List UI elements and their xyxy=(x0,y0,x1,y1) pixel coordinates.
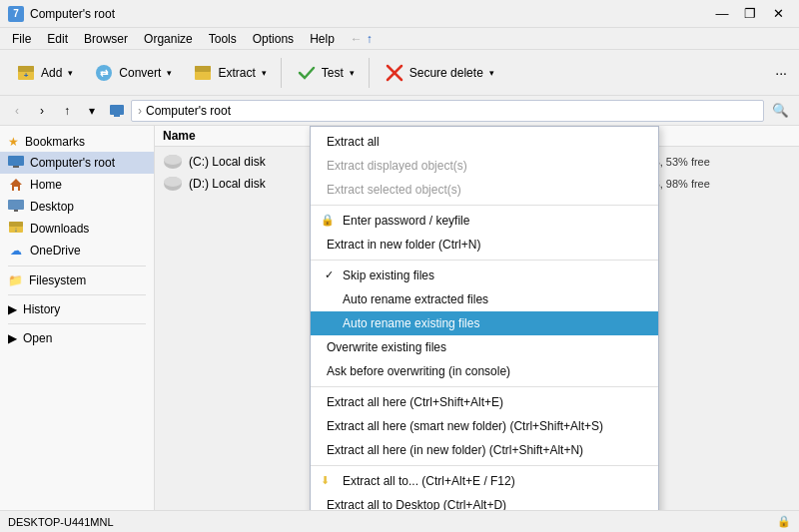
sidebar-filesystem-header[interactable]: 📁 Filesystem xyxy=(0,270,154,290)
menu-extract-new-folder-label: Extract in new folder (Ctrl+N) xyxy=(327,238,480,252)
sidebar-item-home[interactable]: Home xyxy=(0,174,154,196)
nav-up-button[interactable]: ↑ xyxy=(56,100,78,122)
svg-point-20 xyxy=(164,155,182,165)
menu-sep-3 xyxy=(311,386,658,387)
nav-forward-button[interactable]: › xyxy=(31,100,53,122)
minimize-button[interactable]: — xyxy=(709,4,735,24)
menu-ask-before[interactable]: Ask before overwriting (in console) xyxy=(311,359,658,383)
nav-dropdown-button[interactable]: ▾ xyxy=(81,100,103,122)
close-button[interactable]: ✕ xyxy=(765,4,791,24)
sidebar-label-computers-root: Computer's root xyxy=(30,156,115,170)
search-button[interactable]: 🔍 xyxy=(767,98,793,124)
extract-button[interactable]: Extract ▾ xyxy=(183,55,275,91)
menu-sep-2 xyxy=(311,260,658,261)
menu-extract-all[interactable]: Extract all xyxy=(311,130,658,154)
sidebar-open-header[interactable]: ▶ Open xyxy=(0,328,154,348)
open-icon: ▶ xyxy=(8,331,17,345)
titlebar-left: 7 Computer's root xyxy=(8,6,115,22)
svg-text:+: + xyxy=(24,71,29,80)
sidebar-item-computers-root[interactable]: Computer's root xyxy=(0,152,154,174)
menu-sep-4 xyxy=(311,465,658,466)
menu-file[interactable]: File xyxy=(4,30,39,48)
menu-extract-all-here[interactable]: Extract all here (Ctrl+Shift+Alt+E) xyxy=(311,390,658,414)
menu-extract-new-folder[interactable]: Extract in new folder (Ctrl+N) xyxy=(311,233,658,257)
menu-browser[interactable]: Browser xyxy=(76,30,136,48)
nav-back-button[interactable]: ‹ xyxy=(6,100,28,122)
menu-overwrite-existing-label: Overwrite existing files xyxy=(327,340,446,354)
statusbar-lock-icon: 🔒 xyxy=(777,515,791,528)
toolbar-sep-1 xyxy=(281,58,282,88)
menu-extract-all-label: Extract all xyxy=(327,135,380,149)
menu-extract-all-new-folder[interactable]: Extract all here (in new folder) (Ctrl+S… xyxy=(311,438,658,462)
titlebar: 7 Computer's root — ❐ ✕ xyxy=(0,0,799,28)
menu-extract-all-to[interactable]: Extract all to... (Ctrl+Alt+E / F12) xyxy=(311,469,658,493)
app-icon: 7 xyxy=(8,6,24,22)
menu-extract-desktop[interactable]: Extract all to Desktop (Ctrl+Alt+D) xyxy=(311,493,658,510)
menu-extract-all-smart[interactable]: Extract all here (smart new folder) (Ctr… xyxy=(311,414,658,438)
titlebar-title: Computer's root xyxy=(30,7,115,21)
menu-auto-rename-extracted[interactable]: Auto rename extracted files xyxy=(311,287,658,311)
menu-skip-existing[interactable]: Skip existing files xyxy=(311,264,658,287)
menu-extract-selected-label: Extract selected object(s) xyxy=(327,183,461,197)
desktop-icon xyxy=(8,199,24,215)
sidebar-label-onedrive: OneDrive xyxy=(30,244,81,258)
add-caret: ▾ xyxy=(68,68,73,78)
sidebar-label-desktop: Desktop xyxy=(30,200,74,214)
convert-button[interactable]: ⇄ Convert ▾ xyxy=(84,55,181,91)
menu-skip-existing-label: Skip existing files xyxy=(343,268,434,282)
disk-d-icon xyxy=(163,176,183,192)
sidebar-history-header[interactable]: ▶ History xyxy=(0,299,154,319)
secure-delete-button[interactable]: Secure delete ▾ xyxy=(375,55,503,91)
toolbar: + Add ▾ ⇄ Convert ▾ Extract ▾ Test ▾ Sec… xyxy=(0,50,799,96)
menu-extract-displayed: Extract displayed object(s) xyxy=(311,154,658,178)
menu-enter-password-label: Enter password / keyfile xyxy=(343,214,469,228)
convert-caret: ▾ xyxy=(167,68,172,78)
nav-pc-button[interactable] xyxy=(106,100,128,122)
menu-sep-1 xyxy=(311,205,658,206)
maximize-button[interactable]: ❐ xyxy=(737,4,763,24)
sidebar-item-downloads[interactable]: ↓ Downloads xyxy=(0,218,154,240)
menu-extract-displayed-label: Extract displayed object(s) xyxy=(327,159,467,173)
test-icon xyxy=(296,62,318,84)
svg-text:⇄: ⇄ xyxy=(100,68,109,79)
open-label: Open xyxy=(23,331,52,345)
extract-dropdown-menu: Extract all Extract displayed object(s) … xyxy=(310,126,659,510)
sidebar-bookmarks-header[interactable]: ★ Bookmarks xyxy=(0,132,154,152)
test-caret: ▾ xyxy=(350,68,355,78)
svg-rect-12 xyxy=(13,166,19,168)
extract-caret: ▾ xyxy=(262,68,267,78)
address-path[interactable]: › Computer's root xyxy=(131,100,764,122)
history-label: History xyxy=(23,302,60,316)
svg-rect-14 xyxy=(8,200,24,210)
menu-edit[interactable]: Edit xyxy=(39,30,76,48)
menu-auto-rename-existing[interactable]: Auto rename existing files xyxy=(311,311,658,335)
disk-c-icon xyxy=(163,154,183,170)
toolbar-sep-2 xyxy=(369,58,370,88)
sidebar-item-onedrive[interactable]: ☁ OneDrive xyxy=(0,240,154,262)
add-button[interactable]: + Add ▾ xyxy=(6,55,82,91)
more-button[interactable]: ··· xyxy=(769,61,793,85)
filesystem-icon: 📁 xyxy=(8,273,23,287)
menu-organize[interactable]: Organize xyxy=(136,30,201,48)
extract-label: Extract xyxy=(218,66,255,80)
filesystem-label: Filesystem xyxy=(29,273,86,287)
menu-options[interactable]: Options xyxy=(245,30,302,48)
menu-enter-password[interactable]: Enter password / keyfile xyxy=(311,209,658,233)
sidebar-item-desktop[interactable]: Desktop xyxy=(0,196,154,218)
sidebar-divider-2 xyxy=(8,294,146,295)
menu-auto-rename-existing-label: Auto rename existing files xyxy=(343,316,479,330)
toolbar-arrow-left: ← xyxy=(351,32,363,46)
onedrive-icon: ☁ xyxy=(8,243,24,259)
statusbar: DESKTOP-U441MNL 🔒 xyxy=(0,510,799,532)
menubar: File Edit Browser Organize Tools Options… xyxy=(0,28,799,50)
svg-rect-6 xyxy=(195,66,211,72)
home-icon xyxy=(8,177,24,193)
menu-help[interactable]: Help xyxy=(302,30,343,48)
test-button[interactable]: Test ▾ xyxy=(287,55,364,91)
menu-ask-before-label: Ask before overwriting (in console) xyxy=(327,364,510,378)
path-text: Computer's root xyxy=(146,104,231,118)
menu-tools[interactable]: Tools xyxy=(201,30,245,48)
svg-marker-13 xyxy=(10,179,22,191)
add-label: Add xyxy=(41,66,62,80)
menu-overwrite-existing[interactable]: Overwrite existing files xyxy=(311,335,658,359)
